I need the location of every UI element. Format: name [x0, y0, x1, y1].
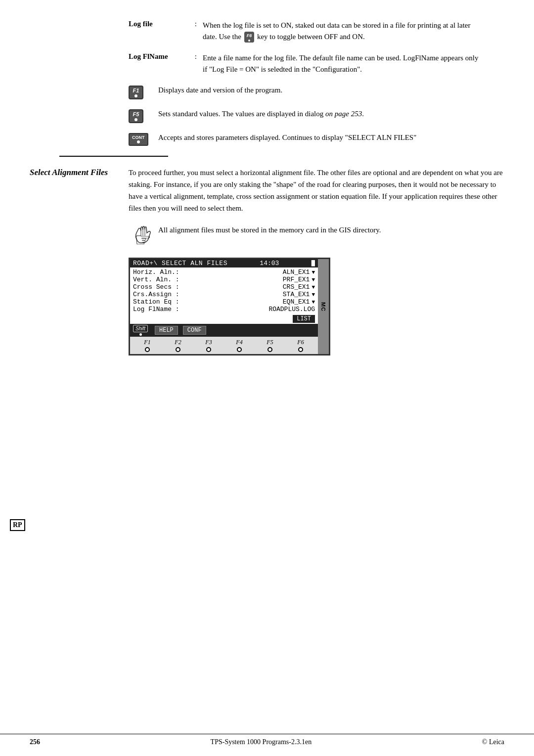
cont-text: Accepts and stores parameters displayed.… [158, 132, 485, 143]
screen-label-station: Station Eq : [133, 298, 182, 306]
cont-label: CONT [132, 135, 145, 140]
footer-page-number: 256 [30, 738, 40, 746]
cont-key: CONT [129, 133, 148, 146]
fkey-row-f5-label: F5 [267, 339, 273, 346]
footer-title: TPS-System 1000 Programs-2.3.1en [211, 738, 312, 746]
screen-arrow-horiz: ▼ [312, 269, 315, 275]
screen-value-cross: CRS_EX1 [283, 283, 310, 291]
f5-key-wrap: F5 [129, 108, 158, 123]
hand-icon: ☞ [132, 224, 155, 248]
log-flname-term: Log FlName [129, 52, 193, 75]
fkey-row-f4-label: F4 [236, 339, 242, 346]
screen-value-crs: STA_EX1 [283, 291, 310, 298]
softkey-conf[interactable]: CONF [183, 326, 206, 335]
fkey-row-f2[interactable]: F2 [165, 339, 191, 352]
screen-value-vert: PRF_EX1 [283, 276, 310, 283]
screen-title: ROAD+\ SELECT ALN FILES [133, 260, 227, 267]
device-screen-wrap: ROAD+\ SELECT ALN FILES 14:03 █ Horiz. A… [129, 258, 485, 356]
f5-key: F5 [129, 109, 143, 123]
shift-icon: Shift [133, 325, 148, 336]
fkey-row-f3-circle [206, 347, 211, 352]
fkey-row-f1-label: F1 [144, 339, 150, 346]
f1-section: F1 Displays date and version of the prog… [129, 85, 485, 99]
section-divider [59, 156, 168, 157]
screen-row-crs: Crs.Assign : STA_EX1 ▼ [133, 291, 315, 298]
screen-arrow-vert: ▼ [312, 277, 315, 283]
list-row: LIST [130, 314, 318, 324]
fkey-row-f6-label: F6 [297, 339, 304, 346]
log-flname-item: Log FlName : Ente a file name for the lo… [129, 52, 485, 75]
f1-key-wrap: F1 [129, 85, 158, 99]
screen-arrow-station: ▼ [312, 299, 315, 305]
fkey-row-f2-circle [176, 347, 180, 352]
fkey-row-f3-label: F3 [205, 339, 212, 346]
device-outer: ROAD+\ SELECT ALN FILES 14:03 █ Horiz. A… [129, 258, 330, 356]
softkey-row: Shift HELP CONF [130, 324, 318, 337]
f5-text: Sets standard values. The values are dis… [158, 108, 485, 120]
screen-label-horiz: Horiz. Aln.: [133, 268, 182, 276]
screen-row-vert: Vert. Aln. : PRF_EX1 ▼ [133, 276, 315, 283]
screen-value-horiz: ALN_EX1 [283, 268, 310, 276]
fkey-row-f5[interactable]: F5 [257, 339, 283, 352]
shift-btn[interactable]: Shift [133, 325, 148, 332]
cont-section: CONT Accepts and stores parameters displ… [129, 132, 485, 146]
screen-label-cross: Cross Secs : [133, 283, 182, 291]
fkey-row: F1 F2 F3 F4 [130, 337, 318, 354]
footer: 256 TPS-System 1000 Programs-2.3.1en © L… [0, 734, 534, 746]
rp-label: RP [10, 519, 25, 531]
screen-arrow-crs: ▼ [312, 292, 315, 298]
fkey-row-f6-circle [298, 347, 303, 352]
log-file-item: Log file : When the log file is set to O… [129, 20, 485, 43]
screen-row-station: Station Eq : EQN_EX1 ▼ [133, 298, 315, 306]
screen-label-vert: Vert. Aln. : [133, 276, 182, 283]
fkey-row-f4[interactable]: F4 [226, 339, 253, 352]
log-flname-definition: Ente a file name for the log file. The d… [203, 52, 485, 75]
shift-dot [139, 333, 142, 336]
tip-icon: ☞ [129, 224, 158, 248]
screen-area: Horiz. Aln.: ALN_EX1 ▼ Vert. Aln. : PRF_… [130, 267, 318, 314]
log-file-colon: : [193, 20, 203, 43]
page: Log file : When the log file is set to O… [0, 0, 534, 756]
svg-text:☞: ☞ [134, 229, 151, 248]
screen-arrow-cross: ▼ [312, 284, 315, 290]
fkey-row-f1[interactable]: F1 [134, 339, 161, 352]
select-alignment-body: To proceed further, you must select a ho… [129, 167, 504, 214]
list-button[interactable]: LIST [293, 315, 315, 323]
f1-key: F1 [129, 86, 143, 99]
screen-value-logflname: ROADPLUS.LOG [268, 306, 315, 313]
screen-row-logflname: Log FlName : ROADPLUS.LOG [133, 306, 315, 313]
mc-label: MC [320, 302, 326, 311]
f5-section: F5 Sets standard values. The values are … [129, 108, 485, 123]
f6-key-inline: F6 [244, 32, 255, 43]
tip-section: ☞ All alignment files must be stored in … [129, 224, 485, 248]
select-alignment-heading: Select Alignment Files [30, 167, 129, 178]
footer-brand: © Leica [482, 738, 504, 746]
log-flname-colon: : [193, 52, 203, 75]
fkey-row-f2-label: F2 [175, 339, 181, 346]
cont-key-wrap: CONT [129, 132, 158, 146]
screen-label-crs: Crs.Assign : [133, 291, 182, 298]
screen-label-logflname: Log FlName : [133, 306, 182, 313]
softkey-help[interactable]: HELP [155, 326, 178, 335]
tip-text: All alignment files must be stored in th… [158, 224, 485, 236]
fkey-row-f5-circle [267, 347, 272, 352]
f1-text: Displays date and version of the program… [158, 85, 485, 96]
screen-header-block: █ [312, 260, 315, 267]
fkey-row-f6[interactable]: F6 [287, 339, 314, 352]
fkey-row-f1-circle [145, 347, 150, 352]
log-file-definition: When the log file is set to ON, staked o… [203, 20, 485, 43]
fkey-row-f4-circle [237, 347, 242, 352]
screen-row-horiz: Horiz. Aln.: ALN_EX1 ▼ [133, 268, 315, 276]
log-file-term: Log file [129, 20, 193, 43]
screen-value-station: EQN_EX1 [283, 298, 310, 306]
screen-time: 14:03 [260, 260, 279, 267]
screen-header: ROAD+\ SELECT ALN FILES 14:03 █ [130, 259, 318, 267]
device-main: ROAD+\ SELECT ALN FILES 14:03 █ Horiz. A… [130, 259, 318, 354]
screen-row-cross: Cross Secs : CRS_EX1 ▼ [133, 283, 315, 291]
fkey-row-f3[interactable]: F3 [195, 339, 222, 352]
select-alignment-section: Select Alignment Files To proceed furthe… [30, 167, 504, 214]
device-side-mc: MC [318, 259, 329, 354]
log-file-section: Log file : When the log file is set to O… [129, 20, 485, 75]
